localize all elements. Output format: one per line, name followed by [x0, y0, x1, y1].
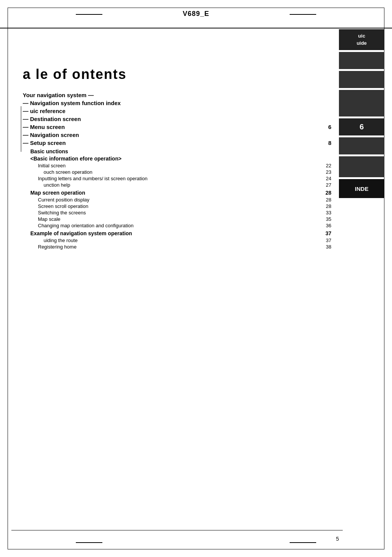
toc-entry-basic-info-label: <Basic information efore operation>	[30, 156, 121, 162]
toc-entry-touch-screen-label: ouch screen operation	[44, 169, 93, 175]
toc-entry-current-pos: Current position display 28	[38, 197, 331, 203]
toc-entry-guiding-route: uiding the route 37	[44, 238, 331, 243]
sidebar-tab-6[interactable]: 6	[339, 118, 384, 135]
page-header: V689_E	[0, 0, 392, 28]
toc-entry-current-pos-page: 28	[326, 197, 331, 203]
toc-entry-navigation-label: — Navigation screen	[23, 132, 79, 138]
header-line-left	[76, 14, 102, 15]
header-line-right	[290, 14, 316, 15]
toc-entry-menu-label: — Menu screen	[23, 124, 65, 130]
sidebar-tab-index-label: INDE	[355, 186, 368, 192]
sidebar-tab-quick-guide[interactable]: uic uide	[339, 29, 384, 50]
toc-entry-map-scale-label: Map scale	[38, 216, 60, 222]
toc-subsection-example-page: 37	[325, 230, 331, 236]
sidebar-tab-spacer3	[339, 90, 384, 116]
sidebar-tab-spacer2	[339, 71, 384, 88]
toc-entry-screen-scroll-label: Screen scroll operation	[38, 203, 88, 209]
toc-entry-guiding-route-page: 37	[326, 238, 331, 243]
toc-entry-registering-home-label: Registering home	[38, 244, 77, 250]
toc-entry-map-scale-page: 35	[326, 216, 331, 222]
toc-entry-destination-label: — Destination screen	[23, 116, 81, 122]
toc-subsection-map: Map screen operation 28 Current position…	[23, 190, 331, 228]
bottom-line-left	[76, 542, 102, 543]
toc-entry-map-scale: Map scale 35	[38, 216, 331, 222]
toc-subsection-map-title-label: Map screen operation	[30, 190, 85, 196]
toc-subsection-example-title-label: Example of navigation system operation	[30, 230, 132, 236]
toc-entry-menu: — Menu screen 6	[23, 124, 331, 130]
sidebar-tab-6-label: 6	[359, 123, 364, 131]
toc-entry-inputting-label: Inputting letters and numbers/ ist scree…	[38, 176, 147, 181]
header-title: V689_E	[183, 10, 209, 18]
toc-entry-function-index-label: — Navigation system function index	[23, 100, 121, 106]
toc-main-section: Your navigation system — — Navigation sy…	[23, 92, 331, 146]
toc-entry-basic-info: <Basic information efore operation>	[30, 156, 331, 162]
toc-entry-your-nav-label: Your navigation system —	[23, 92, 94, 98]
toc-subsection-example: Example of navigation system operation 3…	[23, 230, 331, 250]
toc-entry-registering-home-page: 38	[326, 244, 331, 250]
toc-entry-inputting: Inputting letters and numbers/ ist scree…	[38, 176, 331, 181]
page-number: 5	[336, 536, 339, 542]
toc-entry-touch-screen-page: 23	[326, 169, 331, 175]
main-content: a le of ontents Your navigation system —…	[11, 28, 343, 527]
toc-entry-screen-scroll-page: 28	[326, 203, 331, 209]
toc-entry-navigation: — Navigation screen	[23, 132, 331, 138]
toc-entry-function-help: unction help 27	[44, 182, 331, 188]
toc-entry-screen-scroll: Screen scroll operation 28	[38, 203, 331, 209]
corner-mark-br	[378, 543, 384, 549]
toc-entry-switching-screens-label: Switching the screens	[38, 210, 86, 216]
toc-entry-current-pos-label: Current position display	[38, 197, 89, 203]
toc-entry-quick-ref-label: — uic reference	[23, 108, 66, 114]
toc-entry-setup-label: — Setup screen	[23, 140, 66, 146]
toc-entry-function-help-label: unction help	[44, 182, 70, 188]
toc-entry-touch-screen: ouch screen operation 23	[44, 169, 331, 175]
toc-entry-initial-screen: Initial screen 22	[38, 163, 331, 168]
toc-subsection-map-page: 28	[325, 190, 331, 196]
toc-entry-setup-page: 8	[328, 140, 331, 146]
toc-entry-function-help-page: 27	[326, 182, 331, 188]
toc-entry-destination: — Destination screen	[23, 116, 331, 122]
toc-entry-initial-screen-page: 22	[326, 163, 331, 168]
toc-entry-switching-screens: Switching the screens 33	[38, 210, 331, 216]
page-footer: 5	[336, 536, 339, 542]
toc-subsection-example-title: Example of navigation system operation 3…	[30, 230, 331, 236]
toc-entry-guiding-route-label: uiding the route	[44, 238, 78, 243]
toc-entry-changing-map-page: 36	[326, 223, 331, 228]
toc-subsection-map-title: Map screen operation 28	[30, 190, 331, 196]
border-left	[8, 14, 8, 543]
sidebar-tab-index[interactable]: INDE	[339, 179, 384, 198]
sidebar-tab-quick-guide-label: uic uide	[357, 33, 367, 46]
toc-subsection-basic-title: Basic unctions	[30, 148, 331, 154]
bottom-border-line	[11, 530, 343, 530]
toc-entry-switching-screens-page: 33	[326, 210, 331, 216]
toc-entry-changing-map-label: Changing map orientation and configurati…	[38, 223, 133, 228]
border-bottom	[14, 549, 378, 549]
toc-entry-changing-map: Changing map orientation and configurati…	[38, 223, 331, 228]
toc-entry-quick-ref: — uic reference	[23, 108, 331, 114]
toc-entry-registering-home: Registering home 38	[38, 244, 331, 250]
toc-subsection-basic: Basic unctions <Basic information efore …	[23, 148, 331, 188]
toc-title: a le of ontents	[23, 66, 331, 82]
sidebar: uic uide 6 INDE	[339, 29, 384, 198]
toc-entry-initial-screen-label: Initial screen	[38, 163, 66, 168]
sidebar-tab-spacer5	[339, 156, 384, 177]
bottom-line-right	[290, 542, 316, 543]
sidebar-tab-spacer4	[339, 137, 384, 154]
sidebar-tab-spacer1	[339, 52, 384, 69]
toc-entry-setup: — Setup screen 8	[23, 140, 331, 146]
corner-mark-bl	[8, 543, 14, 549]
toc-entry-inputting-page: 24	[326, 176, 331, 181]
toc-entry-your-nav: Your navigation system —	[23, 92, 331, 98]
toc-entry-menu-page: 6	[328, 124, 331, 130]
toc-entry-function-index: — Navigation system function index	[23, 100, 331, 106]
